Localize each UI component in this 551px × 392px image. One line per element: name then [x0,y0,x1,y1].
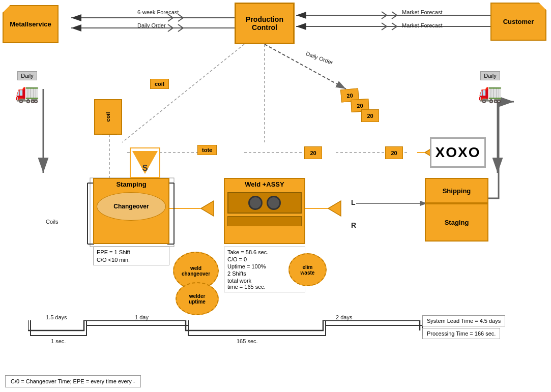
kaizen-elim-waste: elimwaste [288,253,327,286]
kaizen-welder-uptime: welderuptime [176,282,219,315]
customer-label: Customer [503,18,534,25]
production-control-box: ProductionControl [235,3,295,44]
svg-marker-5 [328,201,341,216]
market-forecast-1-label: Market Forecast [402,9,442,15]
legend-box: C/0 = Changeover Time; EPE = every time … [5,375,141,387]
inventory-20-right-weld: 20 [385,146,403,159]
truck-left-label: Daily [21,73,33,79]
xoxo-box: XOXO [430,137,486,168]
R-label: R [351,221,356,229]
stamping-co: C/O <10 min. [97,257,166,263]
stamping-info-box: EPE = 1 Shift C/O <10 min. [93,247,169,265]
L-label: L [351,198,356,206]
timeline-days-2: 1 day [135,314,149,320]
timeline-days-1: 1.5 days [46,314,67,320]
daily-order-right-label: Daily Order [305,50,334,66]
weld-assy-process: Weld +ASSY [224,178,305,244]
coil-vertical-inventory: coil [94,99,122,135]
shipping-process: Shipping [425,178,488,203]
inventory-20-stack-3: 20 [361,109,379,122]
coils-label: Coils [46,219,58,225]
six-week-forecast-label: 6-week Forecast [137,9,179,15]
truck-left: Daily 🚛 [15,71,39,104]
daily-order-left-label: Daily Order [137,22,166,28]
truck-right-label: Daily [484,73,496,79]
stamping-epe: EPE = 1 Shift [97,249,166,255]
metallservice-label: Metallservice [10,20,51,28]
supermarket-symbol: S [130,147,160,178]
svg-marker-3 [201,201,214,216]
inventory-20-middle: 20 [304,146,322,159]
tote-label: tote [197,145,217,155]
staging-box: Staging [425,203,488,242]
coil-label-top: coil [150,79,169,89]
truck-right: Daily 🚛 [478,71,502,104]
system-lead-time-box: System Lead Time = 4.5 days [422,315,505,326]
stamping-process: Stamping Changeover [93,178,169,244]
metallservice-factory: Metallservice [3,5,59,43]
customer-factory: Customer [490,3,546,41]
production-control-label: ProductionControl [246,15,283,32]
timeline-days-3: 2 days [336,314,352,320]
processing-time-box: Processing Time = 166 sec. [422,328,500,339]
market-forecast-2-label: Market Forecast [402,22,442,28]
